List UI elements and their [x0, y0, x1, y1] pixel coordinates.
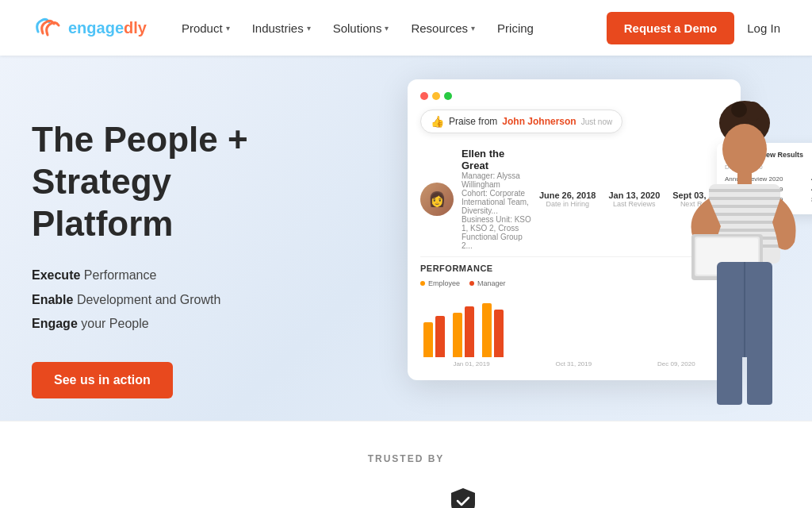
- bar-manager-2: [465, 306, 474, 357]
- bar-employee-1: [423, 322, 433, 357]
- logo-text: engagedly: [68, 19, 147, 37]
- navbar-right: Request a Demo Log In: [607, 12, 780, 44]
- bar-group-3: [482, 303, 504, 357]
- nav-industries[interactable]: Industries ▾: [243, 15, 320, 41]
- svg-rect-20: [747, 341, 772, 405]
- svg-rect-10: [709, 221, 780, 224]
- svg-rect-9: [709, 213, 780, 216]
- employee-manager: Manager: Alyssa Willingham: [462, 171, 531, 189]
- expand-dot: [444, 92, 452, 100]
- nav-links: Product ▾ Industries ▾ Solutions ▾ Resou…: [172, 15, 543, 41]
- praise-time: Just now: [581, 117, 612, 126]
- svg-rect-7: [709, 197, 780, 200]
- see-in-action-button[interactable]: See us in action: [32, 362, 173, 398]
- employee-business: Business Unit: KSO 1, KSO 2, Cross Funct…: [462, 215, 531, 250]
- svg-point-3: [722, 124, 767, 175]
- hero-section: The People + StrategyPlatform Execute Pe…: [0, 56, 812, 421]
- hero-visual: 👍 Praise from John Johnerson Just now 👩 …: [384, 64, 812, 421]
- legend-manager: Manager: [469, 279, 506, 287]
- hero-title: The People + StrategyPlatform: [32, 119, 381, 244]
- logo[interactable]: engagedly: [32, 16, 147, 40]
- chart-label-2: Oct 31, 2019: [555, 360, 592, 368]
- chevron-down-icon: ▾: [226, 24, 230, 33]
- chevron-down-icon: ▾: [385, 24, 389, 33]
- rite-aid-shield-icon: [450, 487, 477, 508]
- employee-info: Ellen the Great Manager: Alyssa Willingh…: [462, 148, 531, 250]
- svg-rect-6: [709, 189, 780, 192]
- bar-group-2: [453, 306, 474, 357]
- thumbs-up-icon: 👍: [431, 115, 444, 128]
- chart-label-1: Jan 01, 2019: [453, 360, 489, 368]
- bullet-enable: Enable Development and Growth: [32, 288, 381, 312]
- stat-date1: June 26, 2018 Date in Hiring: [539, 190, 596, 208]
- bullet-engage: Engage your People: [32, 312, 381, 336]
- nav-pricing[interactable]: Pricing: [488, 15, 543, 41]
- manager-color-dot: [469, 281, 474, 286]
- bar-manager-3: [494, 310, 504, 357]
- close-dot: [420, 92, 428, 100]
- svg-rect-19: [717, 341, 742, 405]
- praise-badge: 👍 Praise from John Johnerson Just now: [420, 110, 622, 133]
- svg-point-2: [731, 102, 747, 117]
- chevron-down-icon: ▾: [471, 24, 475, 33]
- perf-title: PERFORMANCE: [420, 264, 493, 273]
- minimize-dot: [432, 92, 440, 100]
- rite-aid-logo: RITE AID: [447, 487, 479, 508]
- login-button[interactable]: Log In: [747, 21, 780, 35]
- navbar: engagedly Product ▾ Industries ▾ Solutio…: [0, 0, 812, 56]
- navbar-left: engagedly Product ▾ Industries ▾ Solutio…: [32, 15, 543, 41]
- hero-subtitle: Execute Performance Enable Development a…: [32, 264, 381, 336]
- legend-employee: Employee: [420, 279, 460, 287]
- bar-group-1: [423, 316, 445, 357]
- woman-svg: [661, 95, 812, 421]
- nav-solutions[interactable]: Solutions ▾: [324, 15, 399, 41]
- nav-resources[interactable]: Resources ▾: [401, 15, 485, 41]
- chevron-down-icon: ▾: [307, 24, 311, 33]
- employee-cohort: Cohort: Corporate International Team, Di…: [462, 189, 531, 215]
- engagedly-logo-icon: [32, 16, 62, 40]
- bar-employee-3: [482, 303, 492, 357]
- hero-content: The People + StrategyPlatform Execute Pe…: [32, 103, 381, 398]
- bar-manager-1: [435, 316, 445, 357]
- request-demo-button[interactable]: Request a Demo: [607, 12, 735, 44]
- avatar: 👩: [420, 183, 454, 216]
- praise-name: John Johnerson: [502, 116, 576, 127]
- trusted-label: TRUSTED BY: [32, 453, 780, 464]
- bullet-execute: Execute Performance: [32, 264, 381, 287]
- logos-row: upwork |||| BRINKS coupa RITE AID: [32, 487, 780, 508]
- trusted-section: TRUSTED BY upwork |||| BRINKS coupa: [0, 421, 812, 508]
- bar-employee-2: [453, 313, 462, 357]
- nav-product[interactable]: Product ▾: [172, 15, 239, 41]
- employee-name: Ellen the Great: [462, 148, 531, 171]
- svg-rect-8: [709, 205, 780, 208]
- employee-color-dot: [420, 281, 425, 286]
- stat-date2: Jan 13, 2020 Last Reviews: [608, 190, 660, 208]
- hero-woman-image: [661, 95, 812, 421]
